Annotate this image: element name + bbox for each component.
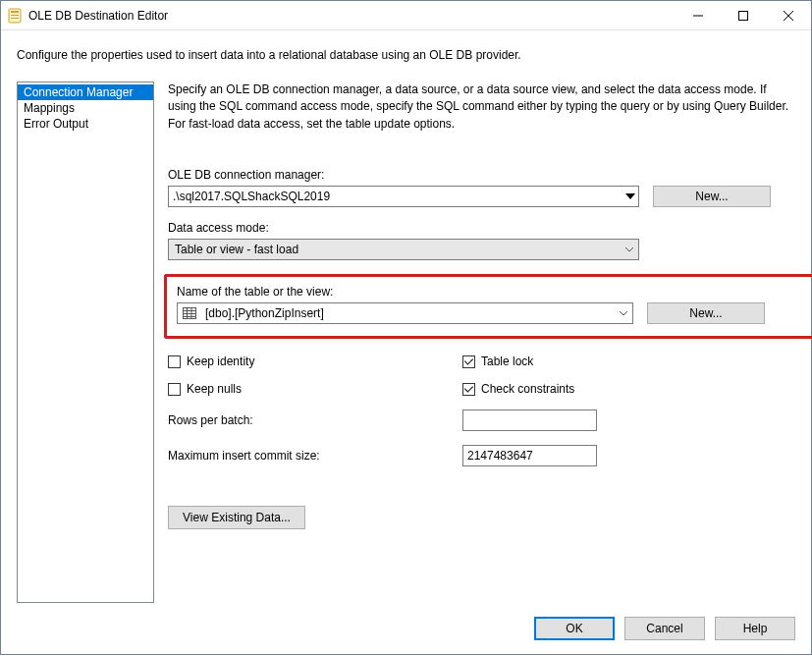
max-commit-row: Maximum insert commit size: [168, 445, 793, 466]
sidebar-item-label: Connection Manager [24, 85, 133, 99]
button-label: View Existing Data... [183, 511, 291, 524]
chevron-down-icon [615, 303, 632, 323]
chevron-down-icon [621, 240, 638, 259]
cancel-button[interactable]: Cancel [624, 617, 705, 640]
table-lock-checkbox[interactable]: Table lock [462, 355, 533, 368]
view-existing-row: View Existing Data... [168, 506, 793, 529]
sidebar-item-label: Mappings [24, 101, 75, 115]
ok-button[interactable]: OK [534, 617, 615, 640]
table-name-row: [dbo].[PythonZipInsert] New... [177, 302, 812, 324]
rows-per-batch-label: Rows per batch: [168, 413, 462, 427]
sidebar-item-label: Error Output [24, 117, 88, 131]
data-access-mode-label: Data access mode: [168, 221, 793, 235]
dialog-footer: OK Cancel Help [1, 603, 811, 654]
dialog-description: Configure the properties used to insert … [1, 30, 811, 74]
close-button[interactable] [766, 1, 811, 29]
checkbox-label: Keep identity [187, 355, 254, 368]
checkbox-label: Keep nulls [187, 382, 242, 396]
svg-rect-3 [11, 18, 19, 19]
dialog-window: OLE DB Destination Editor Configure the … [0, 0, 812, 655]
data-access-mode-row: Table or view - fast load [168, 239, 793, 260]
checkbox-label: Check constraints [481, 382, 574, 396]
titlebar: OLE DB Destination Editor [1, 1, 811, 30]
sidebar: Connection Manager Mappings Error Output [17, 82, 154, 603]
svg-rect-5 [739, 11, 748, 20]
checkbox-icon [168, 383, 181, 396]
window-title: OLE DB Destination Editor [28, 9, 676, 23]
rows-per-batch-input[interactable] [462, 409, 597, 431]
checkbox-label: Table lock [481, 355, 533, 368]
content-area: Connection Manager Mappings Error Output… [1, 74, 811, 603]
rows-per-batch-row: Rows per batch: [168, 409, 793, 431]
svg-rect-1 [11, 11, 19, 13]
minimize-button[interactable] [676, 1, 721, 29]
window-icon [7, 8, 23, 24]
table-icon [182, 305, 197, 321]
sidebar-item-error-output[interactable]: Error Output [18, 116, 153, 132]
checkbox-row-2: Keep nulls Check constraints [168, 382, 793, 396]
keep-nulls-checkbox[interactable]: Keep nulls [168, 382, 462, 396]
checkbox-icon [462, 355, 475, 368]
sidebar-item-mappings[interactable]: Mappings [18, 100, 153, 116]
window-controls [676, 1, 811, 29]
connection-manager-combo[interactable]: .\sql2017.SQLShackSQL2019 [168, 186, 639, 207]
help-button[interactable]: Help [715, 617, 795, 640]
checkbox-icon [168, 355, 181, 368]
new-connection-button[interactable]: New... [653, 186, 771, 207]
button-label: New... [689, 306, 722, 320]
data-access-mode-dropdown[interactable]: Table or view - fast load [168, 239, 639, 260]
table-name-highlight: Name of the table or the view: [164, 274, 812, 339]
svg-marker-8 [625, 193, 635, 199]
connection-manager-row: .\sql2017.SQLShackSQL2019 New... [168, 186, 793, 207]
max-commit-input[interactable] [462, 445, 597, 466]
svg-rect-2 [11, 15, 19, 16]
dropdown-arrow-icon [622, 187, 638, 206]
keep-identity-checkbox[interactable]: Keep identity [168, 355, 462, 368]
button-label: New... [695, 190, 728, 203]
main-panel: Specify an OLE DB connection manager, a … [168, 82, 795, 603]
table-name-combo[interactable]: [dbo].[PythonZipInsert] [177, 302, 633, 324]
data-access-mode-value: Table or view - fast load [169, 243, 621, 256]
connection-manager-label: OLE DB connection manager: [168, 168, 793, 182]
button-label: Cancel [646, 622, 682, 635]
max-commit-label: Maximum insert commit size: [168, 449, 462, 463]
checkbox-icon [462, 383, 475, 396]
maximize-button[interactable] [721, 1, 766, 29]
connection-manager-value: .\sql2017.SQLShackSQL2019 [169, 190, 622, 203]
button-label: Help [743, 622, 768, 635]
check-constraints-checkbox[interactable]: Check constraints [462, 382, 574, 396]
panel-help-text: Specify an OLE DB connection manager, a … [168, 82, 793, 133]
button-label: OK [566, 622, 582, 635]
checkbox-row-1: Keep identity Table lock [168, 355, 793, 368]
new-table-button[interactable]: New... [647, 302, 765, 324]
sidebar-item-connection-manager[interactable]: Connection Manager [18, 84, 153, 100]
table-name-label: Name of the table or the view: [177, 285, 812, 299]
view-existing-data-button[interactable]: View Existing Data... [168, 506, 305, 529]
table-name-value: [dbo].[PythonZipInsert] [201, 306, 615, 320]
